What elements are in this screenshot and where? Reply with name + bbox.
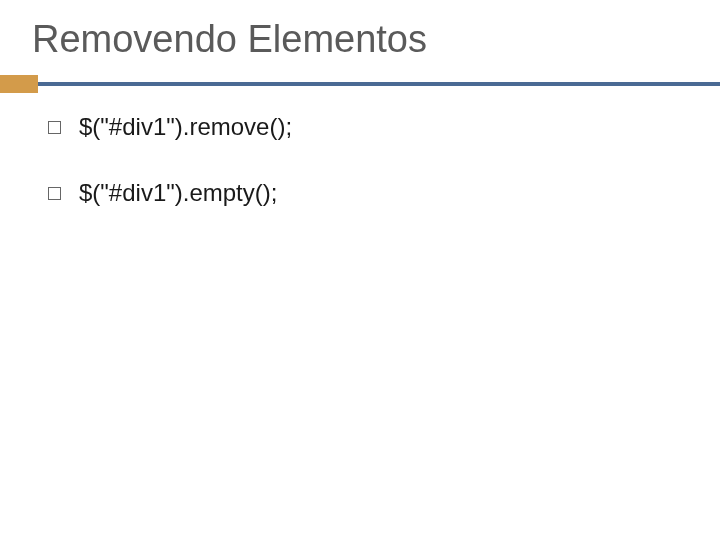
slide-container: Removendo Elementos $("#div1").remove();… <box>0 0 720 540</box>
list-item: $("#div1").empty(); <box>48 179 690 207</box>
square-bullet-icon <box>48 187 61 200</box>
bullet-text: $("#div1").remove(); <box>79 113 292 141</box>
bullet-list: $("#div1").remove(); $("#div1").empty(); <box>48 113 690 207</box>
bullet-text: $("#div1").empty(); <box>79 179 277 207</box>
divider-line <box>0 82 720 86</box>
divider <box>30 75 690 85</box>
list-item: $("#div1").remove(); <box>48 113 690 141</box>
page-title: Removendo Elementos <box>32 18 690 61</box>
square-bullet-icon <box>48 121 61 134</box>
accent-block <box>0 75 38 93</box>
